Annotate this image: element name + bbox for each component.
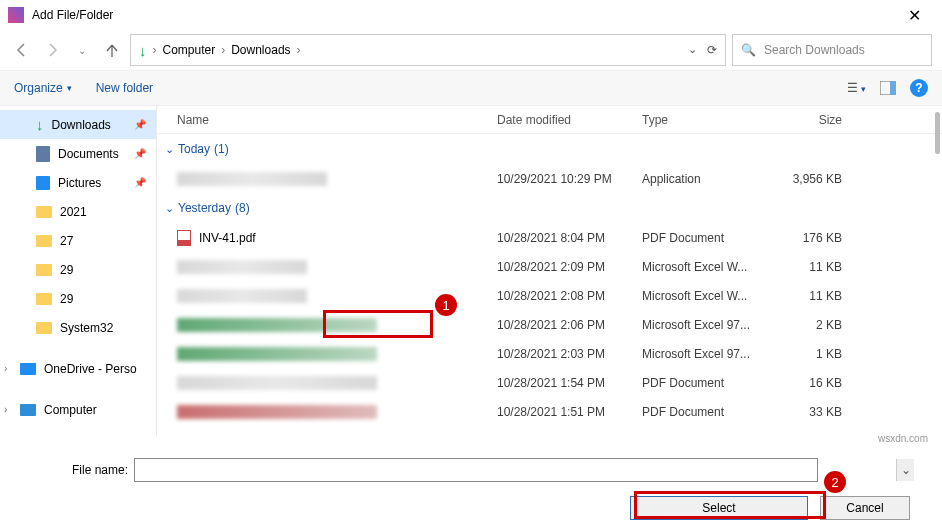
file-row[interactable]: 10/29/2021 10:29 PM Application 3,956 KB — [157, 164, 942, 193]
pin-icon: 📌 — [134, 177, 146, 188]
file-row[interactable]: 10/28/2021 2:06 PM Microsoft Excel 97...… — [157, 310, 942, 339]
file-row[interactable]: 10/28/2021 2:03 PM Microsoft Excel 97...… — [157, 339, 942, 368]
group-header-today[interactable]: ⌄ Today (1) — [157, 134, 942, 164]
column-date[interactable]: Date modified — [497, 113, 642, 127]
arrow-right-icon — [44, 42, 60, 58]
crumb-downloads[interactable]: Downloads — [231, 43, 290, 57]
panel-icon — [880, 81, 896, 95]
chevron-right-icon: › — [153, 43, 157, 57]
sidebar-item-label: Pictures — [58, 176, 101, 190]
file-row[interactable]: 10/28/2021 1:51 PM PDF Document 33 KB — [157, 397, 942, 426]
arrow-up-icon — [104, 42, 120, 58]
search-icon: 🔍 — [741, 43, 756, 57]
blurred-filename — [177, 172, 327, 186]
sidebar-item-label: Downloads — [52, 118, 111, 132]
refresh-button[interactable]: ⟳ — [707, 43, 717, 57]
sidebar-item-folder[interactable]: 27 — [0, 226, 156, 255]
folder-icon — [36, 293, 52, 305]
blurred-filename — [177, 347, 377, 361]
column-size[interactable]: Size — [762, 113, 842, 127]
sidebar-item-downloads[interactable]: ↓ Downloads 📌 — [0, 110, 156, 139]
close-button[interactable]: ✕ — [894, 6, 934, 25]
blurred-filename — [177, 289, 307, 303]
blurred-filename — [177, 405, 377, 419]
cloud-icon — [20, 363, 36, 375]
view-menu[interactable]: ☰ ▾ — [847, 81, 866, 95]
file-name: INV-41.pdf — [199, 231, 256, 245]
search-input[interactable]: 🔍 Search Downloads — [732, 34, 932, 66]
app-icon — [8, 7, 24, 23]
chevron-right-icon: › — [297, 43, 301, 57]
pin-icon: 📌 — [134, 148, 146, 159]
chevron-right-icon: › — [221, 43, 225, 57]
help-button[interactable]: ? — [910, 79, 928, 97]
sidebar-item-pictures[interactable]: Pictures 📌 — [0, 168, 156, 197]
scrollbar[interactable] — [935, 112, 940, 154]
blurred-filename — [177, 260, 307, 274]
watermark: wsxdn.com — [878, 433, 928, 444]
cancel-button[interactable]: Cancel — [820, 496, 910, 520]
file-type: PDF Document — [642, 231, 762, 245]
sidebar-item-label: OneDrive - Perso — [44, 362, 137, 376]
crumb-computer[interactable]: Computer — [163, 43, 216, 57]
sidebar-item-computer[interactable]: ›Computer — [0, 395, 156, 424]
new-folder-button[interactable]: New folder — [96, 81, 153, 95]
arrow-left-icon — [14, 42, 30, 58]
sidebar-item-label: Computer — [44, 403, 97, 417]
sidebar-item-label: 29 — [60, 292, 73, 306]
sidebar-item-folder[interactable]: 2021 — [0, 197, 156, 226]
folder-icon — [36, 264, 52, 276]
forward-button[interactable] — [40, 38, 64, 62]
sidebar-item-label: Documents — [58, 147, 119, 161]
up-button[interactable] — [100, 38, 124, 62]
address-bar[interactable]: ↓ › Computer › Downloads › ⌄ ⟳ — [130, 34, 726, 66]
chevron-right-icon[interactable]: › — [4, 363, 7, 374]
chevron-down-icon: ⌄ — [165, 143, 174, 156]
back-button[interactable] — [10, 38, 34, 62]
file-date: 10/29/2021 10:29 PM — [497, 172, 642, 186]
file-row[interactable]: 10/28/2021 1:54 PM PDF Document 16 KB — [157, 368, 942, 397]
file-size: 176 KB — [762, 231, 842, 245]
filename-input[interactable] — [134, 458, 818, 482]
folder-icon — [36, 235, 52, 247]
sidebar-item-onedrive[interactable]: ›OneDrive - Perso — [0, 354, 156, 383]
pdf-icon — [177, 230, 191, 246]
chevron-down-icon: ⌄ — [165, 202, 174, 215]
preview-pane-button[interactable] — [880, 81, 896, 95]
sidebar-item-folder[interactable]: 29 — [0, 284, 156, 313]
download-icon: ↓ — [36, 116, 44, 133]
folder-icon — [36, 206, 52, 218]
chevron-right-icon[interactable]: › — [4, 404, 7, 415]
chevron-down-icon[interactable]: ⌄ — [688, 43, 697, 57]
filename-label: File name: — [72, 463, 134, 477]
sidebar-item-label: System32 — [60, 321, 113, 335]
file-size: 3,956 KB — [762, 172, 842, 186]
filename-dropdown[interactable]: ⌄ — [896, 459, 914, 481]
column-type[interactable]: Type — [642, 113, 762, 127]
file-row-inv41[interactable]: INV-41.pdf 10/28/2021 8:04 PM PDF Docume… — [157, 223, 942, 252]
organize-menu[interactable]: Organize▾ — [14, 81, 72, 95]
computer-icon — [20, 404, 36, 416]
sidebar-item-documents[interactable]: Documents 📌 — [0, 139, 156, 168]
document-icon — [36, 146, 50, 162]
file-date: 10/28/2021 8:04 PM — [497, 231, 642, 245]
window-title: Add File/Folder — [32, 8, 113, 22]
chevron-down-icon: ▾ — [67, 83, 72, 93]
blurred-filename — [177, 318, 377, 332]
svg-rect-1 — [890, 81, 896, 95]
annotation-highlight-2 — [634, 491, 826, 519]
sidebar-item-label: 2021 — [60, 205, 87, 219]
group-header-yesterday[interactable]: ⌄ Yesterday (8) — [157, 193, 942, 223]
picture-icon — [36, 176, 50, 190]
file-row[interactable]: 10/28/2021 2:09 PM Microsoft Excel W... … — [157, 252, 942, 281]
pin-icon: 📌 — [134, 119, 146, 130]
folder-icon — [36, 322, 52, 334]
file-row[interactable]: 10/28/2021 2:08 PM Microsoft Excel W... … — [157, 281, 942, 310]
sidebar-item-label: 27 — [60, 234, 73, 248]
column-name[interactable]: Name — [177, 113, 497, 127]
sidebar-item-folder[interactable]: System32 — [0, 313, 156, 342]
file-list: Name Date modified Type Size ⌄ Today (1)… — [156, 106, 942, 436]
sidebar-item-label: 29 — [60, 263, 73, 277]
sidebar-item-folder[interactable]: 29 — [0, 255, 156, 284]
recent-dropdown[interactable]: ⌄ — [70, 38, 94, 62]
